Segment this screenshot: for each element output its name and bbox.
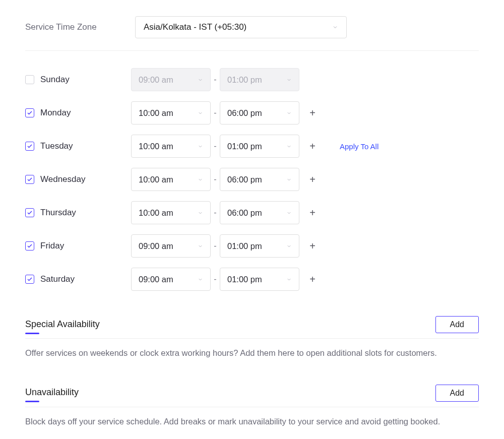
- day-left: Wednesday: [25, 174, 131, 184]
- time-value: 10:00 am: [139, 108, 173, 118]
- unavailability-desc: Block days off your service schedule. Ad…: [25, 415, 479, 428]
- time-value: 06:00 pm: [227, 208, 262, 218]
- chevron-down-icon: [286, 210, 292, 216]
- special-availability-title: Special Availability: [25, 319, 100, 334]
- day-name: Friday: [40, 241, 64, 251]
- chevron-down-icon: [286, 110, 292, 116]
- time-separator: -: [211, 241, 220, 250]
- time-separator: -: [211, 175, 220, 184]
- day-enabled-checkbox[interactable]: [25, 175, 34, 184]
- timezone-row: Service Time Zone Asia/Kolkata - IST (+0…: [25, 10, 479, 51]
- chevron-down-icon: [198, 110, 203, 116]
- end-time-select[interactable]: 06:00 pm: [220, 201, 299, 224]
- day-row: Thursday10:00 am-06:00 pm+: [25, 201, 479, 224]
- time-value: 09:00 am: [139, 275, 173, 284]
- day-name: Saturday: [40, 274, 75, 284]
- day-row: Wednesday10:00 am-06:00 pm+: [25, 168, 479, 191]
- add-time-slot-button[interactable]: +: [305, 207, 320, 219]
- day-left: Sunday: [25, 75, 131, 85]
- weekly-hours-list: Sunday09:00 am-01:00 pmMonday10:00 am-06…: [25, 51, 479, 291]
- day-name: Tuesday: [40, 141, 73, 151]
- add-time-slot-button[interactable]: +: [305, 174, 320, 185]
- chevron-down-icon: [198, 210, 203, 216]
- section-header: Special Availability Add: [25, 316, 479, 339]
- add-unavailability-button[interactable]: Add: [435, 385, 479, 402]
- start-time-select[interactable]: 10:00 am: [131, 201, 211, 224]
- time-value: 09:00 am: [139, 75, 173, 85]
- end-time-select[interactable]: 01:00 pm: [220, 268, 299, 291]
- day-left: Tuesday: [25, 141, 131, 151]
- end-time-select[interactable]: 01:00 pm: [220, 234, 299, 258]
- add-time-slot-button[interactable]: +: [305, 240, 320, 252]
- time-value: 10:00 am: [139, 175, 173, 184]
- day-enabled-checkbox[interactable]: [25, 241, 34, 250]
- time-separator: -: [211, 208, 220, 217]
- time-value: 10:00 am: [139, 142, 173, 151]
- day-row: Friday09:00 am-01:00 pm+: [25, 234, 479, 258]
- day-enabled-checkbox[interactable]: [25, 75, 34, 84]
- chevron-down-icon: [198, 277, 203, 282]
- chevron-down-icon: [286, 77, 292, 83]
- add-special-availability-button[interactable]: Add: [435, 316, 479, 333]
- start-time-select: 09:00 am: [131, 68, 211, 91]
- chevron-down-icon: [332, 24, 338, 30]
- time-separator: -: [211, 275, 220, 284]
- time-separator: -: [211, 75, 220, 84]
- timezone-label: Service Time Zone: [25, 22, 131, 32]
- day-enabled-checkbox[interactable]: [25, 275, 34, 284]
- start-time-select[interactable]: 10:00 am: [131, 101, 211, 124]
- start-time-select[interactable]: 10:00 am: [131, 135, 211, 158]
- chevron-down-icon: [286, 277, 292, 282]
- chevron-down-icon: [286, 177, 292, 182]
- add-time-slot-button[interactable]: +: [305, 107, 320, 119]
- add-time-slot-button[interactable]: +: [305, 141, 320, 152]
- time-value: 01:00 pm: [227, 275, 262, 284]
- end-time-select[interactable]: 01:00 pm: [220, 135, 299, 158]
- chevron-down-icon: [286, 243, 292, 249]
- day-row: Saturday09:00 am-01:00 pm+: [25, 268, 479, 291]
- day-name: Sunday: [40, 75, 70, 85]
- start-time-select[interactable]: 09:00 am: [131, 234, 211, 258]
- time-value: 09:00 am: [139, 241, 173, 251]
- day-left: Friday: [25, 241, 131, 251]
- chevron-down-icon: [198, 243, 203, 249]
- day-enabled-checkbox[interactable]: [25, 208, 34, 217]
- day-left: Monday: [25, 108, 131, 118]
- time-separator: -: [211, 108, 220, 117]
- apply-to-all-link[interactable]: Apply To All: [340, 142, 379, 151]
- day-name: Monday: [40, 108, 71, 118]
- special-availability-desc: Offer services on weekends or clock extr…: [25, 347, 479, 359]
- day-row: Sunday09:00 am-01:00 pm: [25, 68, 479, 91]
- day-name: Wednesday: [40, 174, 85, 184]
- day-enabled-checkbox[interactable]: [25, 142, 34, 151]
- add-time-slot-button[interactable]: +: [305, 274, 320, 285]
- time-value: 01:00 pm: [227, 241, 262, 251]
- unavailability-title: Unavailability: [25, 387, 79, 402]
- start-time-select[interactable]: 10:00 am: [131, 168, 211, 191]
- time-value: 06:00 pm: [227, 108, 262, 118]
- day-row: Monday10:00 am-06:00 pm+: [25, 101, 479, 124]
- chevron-down-icon: [198, 77, 203, 83]
- day-left: Thursday: [25, 208, 131, 218]
- start-time-select[interactable]: 09:00 am: [131, 268, 211, 291]
- time-value: 06:00 pm: [227, 175, 262, 184]
- day-enabled-checkbox[interactable]: [25, 108, 34, 117]
- time-separator: -: [211, 142, 220, 151]
- chevron-down-icon: [198, 144, 203, 149]
- day-row: Tuesday10:00 am-01:00 pm+Apply To All: [25, 135, 479, 158]
- unavailability-section: Unavailability Add Block days off your s…: [25, 385, 479, 428]
- day-left: Saturday: [25, 274, 131, 284]
- chevron-down-icon: [286, 144, 292, 149]
- chevron-down-icon: [198, 177, 203, 182]
- end-time-select[interactable]: 06:00 pm: [220, 101, 299, 124]
- time-value: 01:00 pm: [227, 75, 262, 85]
- end-time-select: 01:00 pm: [220, 68, 299, 91]
- timezone-select[interactable]: Asia/Kolkata - IST (+05:30): [135, 16, 347, 38]
- time-value: 10:00 am: [139, 208, 173, 218]
- end-time-select[interactable]: 06:00 pm: [220, 168, 299, 191]
- timezone-value: Asia/Kolkata - IST (+05:30): [144, 22, 246, 32]
- time-value: 01:00 pm: [227, 142, 262, 151]
- section-header: Unavailability Add: [25, 385, 479, 407]
- day-name: Thursday: [40, 208, 76, 218]
- special-availability-section: Special Availability Add Offer services …: [25, 316, 479, 359]
